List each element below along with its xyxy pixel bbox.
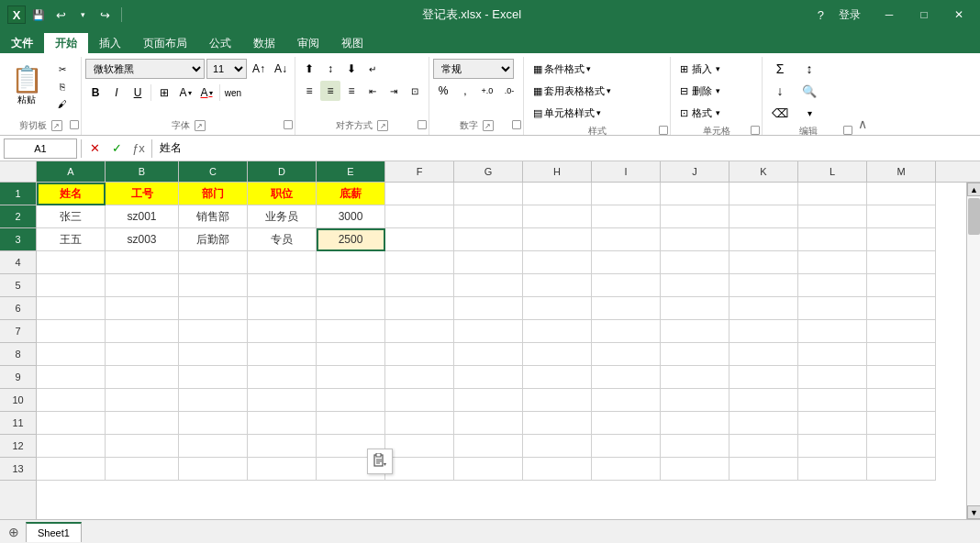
tab-file[interactable]: 文件 [0, 33, 44, 53]
cell-H1[interactable] [523, 183, 592, 205]
col-header-L[interactable]: L [798, 161, 867, 182]
cell-I5[interactable] [592, 274, 661, 297]
cell-F7[interactable] [385, 320, 454, 343]
cell-F6[interactable] [385, 297, 454, 320]
cell-M1[interactable] [867, 183, 936, 205]
cell-G12[interactable] [454, 435, 523, 458]
cell-I4[interactable] [592, 251, 661, 274]
cell-C4[interactable] [179, 251, 248, 274]
cell-D9[interactable] [248, 366, 317, 389]
cell-E1[interactable]: 底薪 [317, 183, 385, 205]
cell-G9[interactable] [454, 366, 523, 389]
format-as-table-btn[interactable]: ▦套用表格格式▾ [528, 81, 617, 101]
col-header-I[interactable]: I [592, 161, 661, 182]
ribbon-expand-btn[interactable]: ∧ [854, 57, 871, 135]
cell-D13[interactable] [248, 458, 317, 481]
cell-H7[interactable] [523, 320, 592, 343]
formula-input[interactable] [156, 139, 976, 159]
formula-confirm-btn[interactable]: ✓ [107, 139, 126, 158]
cell-C5[interactable] [179, 274, 248, 297]
undo-dropdown-btn[interactable]: ▾ [73, 6, 92, 23]
clear-btn[interactable]: ⌫ [766, 103, 794, 123]
row-header-9[interactable]: 9 [0, 366, 36, 389]
cell-C12[interactable] [179, 435, 248, 458]
cell-L8[interactable] [798, 343, 867, 366]
cell-M8[interactable] [867, 343, 936, 366]
insert-btn[interactable]: ⊞插入▾ [674, 59, 726, 79]
indent-increase-btn[interactable]: ⇥ [384, 81, 404, 101]
italic-btn[interactable]: I [106, 83, 127, 103]
decimal-decrease-btn[interactable]: .0- [499, 81, 519, 101]
redo-btn[interactable]: ↪ [95, 6, 114, 23]
underline-btn[interactable]: U [128, 83, 148, 103]
percent-btn[interactable]: % [433, 81, 453, 101]
cell-M12[interactable] [867, 435, 936, 458]
cell-F13[interactable] [385, 458, 454, 481]
cell-J7[interactable] [661, 320, 729, 343]
col-header-F[interactable]: F [385, 161, 454, 182]
sort-btn[interactable]: ↕ [796, 59, 823, 79]
tab-review[interactable]: 审阅 [286, 33, 330, 53]
cell-I8[interactable] [592, 343, 661, 366]
font-expand[interactable]: ↗ [195, 120, 206, 131]
cell-A5[interactable] [37, 274, 106, 297]
cell-H2[interactable] [523, 205, 592, 228]
cell-H11[interactable] [523, 412, 592, 435]
cell-A7[interactable] [37, 320, 106, 343]
new-sheet-btn[interactable]: ⊕ [4, 522, 24, 542]
col-header-C[interactable]: C [179, 161, 248, 182]
strikethrough-btn[interactable]: wen [223, 83, 243, 103]
cell-D8[interactable] [248, 343, 317, 366]
cell-M3[interactable] [867, 228, 936, 251]
cell-D6[interactable] [248, 297, 317, 320]
tab-home[interactable]: 开始 [44, 33, 88, 53]
cell-E6[interactable] [317, 297, 385, 320]
cell-F2[interactable] [385, 205, 454, 228]
cell-L6[interactable] [798, 297, 867, 320]
cell-J9[interactable] [661, 366, 729, 389]
cell-K9[interactable] [729, 366, 798, 389]
cell-G4[interactable] [454, 251, 523, 274]
cell-G10[interactable] [454, 389, 523, 412]
cell-D12[interactable] [248, 435, 317, 458]
cell-L10[interactable] [798, 389, 867, 412]
align-top-btn[interactable]: ⬆ [299, 59, 319, 79]
number-format-select[interactable]: 常规 数值货币 [433, 59, 514, 79]
col-header-A[interactable]: A [37, 161, 106, 182]
vertical-scrollbar[interactable]: ▲ ▼ [966, 183, 980, 519]
cell-B1[interactable]: 工号 [106, 183, 179, 205]
formula-cancel-btn[interactable]: ✕ [85, 139, 104, 158]
cell-C9[interactable] [179, 366, 248, 389]
cell-M5[interactable] [867, 274, 936, 297]
cell-C10[interactable] [179, 389, 248, 412]
cut-btn[interactable]: ✂ [50, 61, 75, 77]
fill-btn[interactable]: ↓ [766, 81, 794, 101]
cell-L13[interactable] [798, 458, 867, 481]
cell-B5[interactable] [106, 274, 179, 297]
col-header-K[interactable]: K [729, 161, 798, 182]
cell-G5[interactable] [454, 274, 523, 297]
cell-G7[interactable] [454, 320, 523, 343]
cell-H10[interactable] [523, 389, 592, 412]
cell-J10[interactable] [661, 389, 729, 412]
delete-btn[interactable]: ⊟删除▾ [674, 81, 726, 101]
cell-A3[interactable]: 王五 [37, 228, 106, 251]
font-increase-btn[interactable]: A↑ [249, 59, 269, 79]
alignment-expand[interactable]: ↗ [377, 120, 388, 131]
cell-D10[interactable] [248, 389, 317, 412]
cell-C8[interactable] [179, 343, 248, 366]
cell-J4[interactable] [661, 251, 729, 274]
cell-M7[interactable] [867, 320, 936, 343]
scroll-down-btn[interactable]: ▼ [967, 505, 980, 519]
login-btn[interactable]: 登录 [839, 7, 861, 23]
row-header-11[interactable]: 11 [0, 412, 36, 435]
cell-B9[interactable] [106, 366, 179, 389]
font-color-btn[interactable]: A▾ [196, 83, 217, 103]
col-header-D[interactable]: D [248, 161, 317, 182]
cell-A1[interactable]: 姓名 [37, 183, 106, 205]
tab-insert[interactable]: 插入 [88, 33, 132, 53]
comma-btn[interactable]: , [455, 81, 475, 101]
cell-K8[interactable] [729, 343, 798, 366]
cell-G3[interactable] [454, 228, 523, 251]
cell-G6[interactable] [454, 297, 523, 320]
